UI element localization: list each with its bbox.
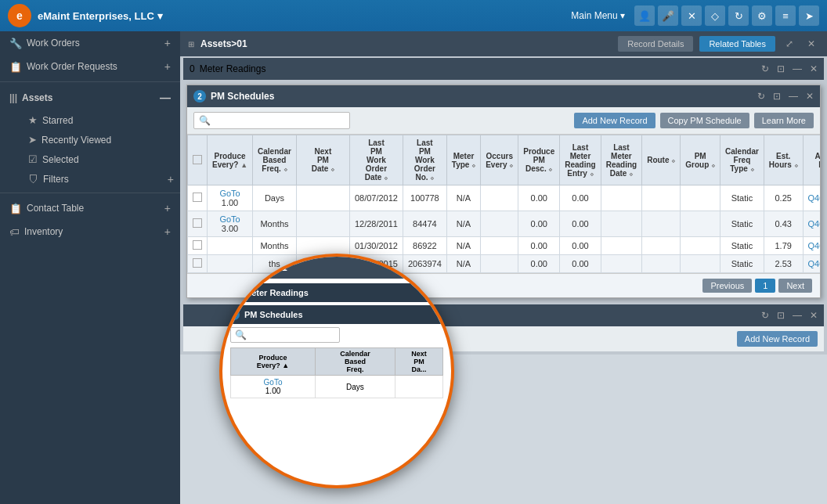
user-icon[interactable]: 👤 [634, 5, 655, 26]
sidebar-item-inventory[interactable]: 🏷 Inventory + [0, 220, 180, 243]
work-order-requests-add-icon[interactable]: + [164, 60, 171, 73]
col-route[interactable]: Route ⬦ [642, 135, 681, 185]
sidebar-item-contact-table[interactable]: 📋 Contact Table + [0, 196, 180, 220]
refresh-icon[interactable]: ↻ [728, 5, 749, 26]
third-minimize-icon[interactable]: — [793, 310, 802, 321]
third-add-record-button[interactable]: Add New Record [737, 331, 818, 347]
cell-select[interactable] [188, 185, 208, 211]
col-cal-freq-type[interactable]: CalendarFreqType ⬦ [720, 135, 764, 185]
asset-link-1[interactable]: Q403014 [808, 193, 820, 203]
cell-select-3[interactable] [188, 237, 208, 255]
cell-select-2[interactable] [188, 211, 208, 237]
contact-table-add-icon[interactable]: + [164, 202, 171, 214]
work-orders-add-icon[interactable]: + [164, 37, 171, 49]
third-close-icon[interactable]: ✕ [810, 310, 818, 321]
main-menu-button[interactable]: Main Menu ▾ [571, 10, 625, 21]
filters-add-icon[interactable]: + [168, 173, 174, 185]
cell-est-hours-2: 0.43 [764, 211, 803, 237]
cell-meter-type-4: N/A [446, 255, 480, 273]
table-row: Months 01/30/2012 86922 N/A 0.00 0.00 [188, 237, 821, 255]
learn-more-button[interactable]: Learn More [754, 113, 814, 128]
col-meter-type[interactable]: MeterType ⬦ [446, 135, 480, 185]
pm-schedules-table: ProduceEvery? ▲ CalendarBasedFreq. ⬦ Nex… [187, 135, 820, 273]
zoom-search-input[interactable] [250, 331, 335, 340]
prev-page-button[interactable]: Previous [702, 279, 752, 293]
goto-link-2[interactable]: GoTo [219, 214, 240, 224]
cell-cal-freq-3: Months [253, 237, 297, 255]
third-refresh-icon[interactable]: ↻ [761, 310, 769, 321]
col-last-pm-wo-date[interactable]: LastPMWorkOrderDate ⬦ [349, 135, 403, 185]
pm-close-icon[interactable]: ✕ [806, 91, 814, 102]
pm-badge: 2 [193, 90, 206, 103]
pm-search-box[interactable]: 🔍 [193, 112, 350, 129]
cell-pm-group-4 [681, 255, 720, 273]
expand-icon[interactable]: ⤢ [782, 36, 797, 52]
current-page-button[interactable]: 1 [755, 279, 775, 293]
zoom-search-box[interactable]: 🔍 [230, 327, 340, 343]
sidebar-item-work-orders[interactable]: 🔧 Work Orders + [0, 31, 180, 55]
tab-record-details[interactable]: Record Details [618, 36, 693, 52]
meter-close-icon[interactable]: ✕ [810, 63, 818, 74]
sidebar-item-recently-viewed[interactable]: ➤ Recently Viewed [22, 130, 180, 149]
select-all-checkbox[interactable] [193, 155, 202, 164]
sidebar-item-selected[interactable]: ☑ Selected [22, 149, 180, 169]
diamond-icon[interactable]: ◇ [705, 5, 725, 26]
col-produce-every[interactable]: ProduceEvery? ▲ [208, 135, 253, 185]
sidebar-item-work-order-requests[interactable]: 📋 Work Order Requests + [0, 55, 180, 78]
col-last-meter-date[interactable]: LastMeterReadingDate ⬦ [601, 135, 641, 185]
zoom-goto-link[interactable]: GoTo [264, 378, 283, 387]
goto-link-1[interactable]: GoTo [219, 189, 240, 198]
cell-last-entry-1: 0.00 [560, 185, 601, 211]
inventory-add-icon[interactable]: + [164, 225, 171, 238]
copy-pm-schedule-button[interactable]: Copy PM Schedule [660, 113, 749, 128]
col-produce-pm[interactable]: ProducePMDesc. ⬦ [518, 135, 560, 185]
microphone-icon[interactable]: 🎤 [658, 5, 678, 26]
zoom-col-produce-every[interactable]: ProduceEvery? ▲ [231, 348, 316, 376]
col-last-pm-wo-no[interactable]: LastPMWorkOrderNo. ⬦ [403, 135, 446, 185]
assets-collapse-icon[interactable]: — [160, 92, 171, 104]
col-occurs-every[interactable]: OccursEvery ⬦ [481, 135, 518, 185]
add-new-record-button[interactable]: Add New Record [574, 113, 655, 128]
pm-minimize-icon[interactable]: — [789, 91, 798, 102]
star-icon: ★ [28, 114, 38, 126]
meter-refresh-icon[interactable]: ↻ [761, 63, 769, 74]
asset-link-4[interactable]: Q403014 [808, 259, 820, 268]
pm-search-input[interactable] [214, 116, 345, 125]
main-layout: 🔧 Work Orders + 📋 Work Order Requests + … [0, 31, 827, 504]
settings-icon[interactable]: ⚙ [752, 5, 772, 26]
col-next-pm-date[interactable]: NextPMDate ⬦ [296, 135, 349, 185]
pm-refresh-icon[interactable]: ↻ [757, 91, 765, 102]
cell-last-wo-date-2: 12/28/2011 [349, 211, 403, 237]
cell-next-pm-2 [296, 211, 349, 237]
sidebar-section-assets[interactable]: ||| Assets — [0, 85, 180, 110]
sidebar-item-filters[interactable]: ⛉ Filters + [22, 169, 180, 189]
col-asset-id[interactable]: AssetID ⬦ [803, 135, 820, 185]
col-calendar-freq[interactable]: CalendarBasedFreq. ⬦ [253, 135, 297, 185]
close-x-icon[interactable]: ✕ [681, 5, 702, 26]
zoom-col-cal-freq[interactable]: CalendarBasedFreq. [316, 348, 395, 376]
third-tile-icon[interactable]: ⊡ [777, 310, 785, 321]
col-pm-group[interactable]: PMGroup ⬦ [681, 135, 720, 185]
asset-link-2[interactable]: Q403014 [808, 219, 820, 229]
app-logo: e [8, 4, 31, 27]
next-page-button[interactable]: Next [778, 279, 812, 293]
col-est-hours[interactable]: Est.Hours ⬦ [764, 135, 803, 185]
pm-tile-icon[interactable]: ⊡ [773, 91, 781, 102]
zoom-col-next-pm[interactable]: NextPMDa... [395, 348, 442, 376]
cell-cal-freq-2: Months [253, 211, 297, 237]
col-last-meter-entry[interactable]: LastMeterReadingEntry ⬦ [560, 135, 601, 185]
arrow-right-icon[interactable]: ➤ [799, 5, 819, 26]
asset-link-3[interactable]: Q403014 [808, 241, 820, 250]
company-name[interactable]: eMaint Enterprises, LLC ▾ [38, 10, 163, 22]
zoom-table: ProduceEvery? ▲ CalendarBasedFreq. NextP… [230, 347, 443, 398]
close-panel-icon[interactable]: ✕ [804, 36, 819, 52]
cell-select-4[interactable] [188, 255, 208, 273]
tab-related-tables[interactable]: Related Tables [699, 36, 775, 52]
list-icon[interactable]: ≡ [775, 5, 796, 26]
meter-tile-icon[interactable]: ⊡ [777, 63, 785, 74]
contact-table-icon: 📋 [9, 203, 22, 214]
cell-est-hours-3: 1.79 [764, 237, 803, 255]
cell-produce-pm-1: 0.00 [518, 185, 560, 211]
meter-minimize-icon[interactable]: — [793, 63, 802, 74]
sidebar-item-starred[interactable]: ★ Starred [22, 110, 180, 130]
